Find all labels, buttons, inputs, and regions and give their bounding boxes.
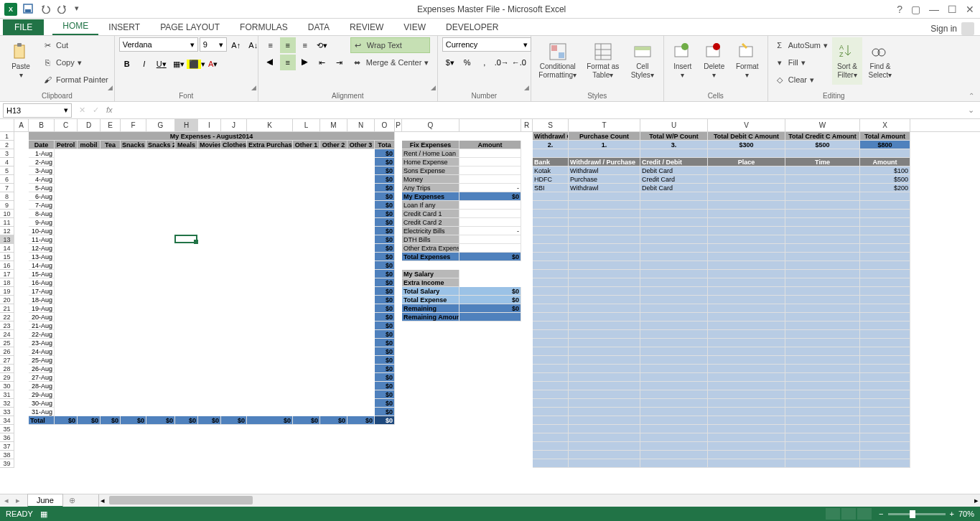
cell[interactable]: $0 <box>375 416 395 425</box>
col-header-E[interactable]: E <box>101 119 121 131</box>
align-right-icon[interactable]: ⯈ <box>297 55 313 70</box>
cell[interactable]: 12-Aug <box>29 244 55 253</box>
cell[interactable]: $0 <box>459 253 521 261</box>
cell[interactable] <box>860 210 910 218</box>
cell[interactable] <box>860 278 910 287</box>
tab-pagelayout[interactable]: PAGE LAYOUT <box>150 19 230 35</box>
cell[interactable] <box>708 175 785 184</box>
cell[interactable] <box>708 210 785 218</box>
cell[interactable]: Loan If any <box>402 201 459 210</box>
cell[interactable] <box>533 390 569 399</box>
sheet-nav-last-icon[interactable]: ▸ <box>16 496 26 506</box>
row-header-2[interactable]: 2 <box>0 141 14 149</box>
cell[interactable]: 18-Aug <box>29 296 55 304</box>
format-cells-button[interactable]: Format▾ <box>732 37 763 85</box>
cell[interactable] <box>533 210 569 218</box>
row-header-32[interactable]: 32 <box>0 399 14 408</box>
cell[interactable] <box>533 339 569 347</box>
cell[interactable]: Debit Card <box>640 166 708 175</box>
cell[interactable]: $0 <box>375 261 395 270</box>
cell[interactable]: $0 <box>55 416 78 425</box>
cell[interactable] <box>640 416 708 425</box>
cell[interactable] <box>533 321 569 330</box>
col-header-U[interactable]: U <box>640 119 708 131</box>
row-header-7[interactable]: 7 <box>0 184 14 192</box>
clear-button[interactable]: ◇Clear ▾ <box>773 72 829 88</box>
cell[interactable]: Debit Card <box>640 184 708 192</box>
cell[interactable] <box>459 218 521 227</box>
cell[interactable]: Remaining <box>402 304 459 313</box>
row-header-17[interactable]: 17 <box>0 270 14 278</box>
cell[interactable] <box>640 408 708 416</box>
cell[interactable] <box>569 321 640 330</box>
align-middle-icon[interactable]: ≡ <box>280 37 296 53</box>
col-header-X[interactable]: X <box>860 119 910 131</box>
cell[interactable]: Total Amount <box>860 132 910 141</box>
cell[interactable]: $0 <box>375 192 395 201</box>
number-format-dropdown[interactable]: Currency▾ <box>442 37 531 52</box>
scroll-right-icon[interactable]: ▸ <box>974 496 979 505</box>
col-header-P[interactable]: P <box>395 119 402 131</box>
cell[interactable] <box>708 365 785 373</box>
row-header-37[interactable]: 37 <box>0 442 14 451</box>
tab-review[interactable]: REVIEW <box>340 19 393 35</box>
cell[interactable]: Total Salary <box>402 287 459 296</box>
cell[interactable]: Rent / Home Loan <box>402 149 459 158</box>
row-header-39[interactable]: 39 <box>0 459 14 468</box>
cell[interactable] <box>640 149 708 158</box>
cell[interactable] <box>640 261 708 270</box>
cell[interactable]: $0 <box>101 416 121 425</box>
cell[interactable]: $0 <box>375 175 395 184</box>
cell[interactable]: Place <box>708 158 785 166</box>
cell[interactable] <box>708 433 785 442</box>
cell[interactable] <box>533 218 569 227</box>
cell[interactable]: $0 <box>375 149 395 158</box>
percent-format-icon[interactable]: % <box>459 55 475 70</box>
comma-format-icon[interactable]: , <box>477 55 493 70</box>
cell[interactable] <box>708 330 785 339</box>
cell[interactable] <box>708 408 785 416</box>
cell[interactable]: $0 <box>375 330 395 339</box>
cell[interactable]: $0 <box>375 158 395 166</box>
cell[interactable] <box>459 210 521 218</box>
cell[interactable] <box>533 442 569 451</box>
cell[interactable]: $0 <box>459 296 521 304</box>
cell[interactable]: Time <box>785 158 860 166</box>
cell[interactable] <box>569 304 640 313</box>
cell[interactable]: Electricity Bills <box>402 227 459 235</box>
cell[interactable]: 17-Aug <box>29 287 55 296</box>
cell[interactable] <box>533 373 569 382</box>
cell[interactable] <box>533 399 569 408</box>
cell[interactable] <box>708 278 785 287</box>
cell[interactable] <box>640 356 708 365</box>
cell[interactable]: My Salary <box>402 270 459 278</box>
col-header-D[interactable]: D <box>78 119 101 131</box>
select-all-corner[interactable] <box>0 119 14 131</box>
row-header-34[interactable]: 34 <box>0 416 14 425</box>
wrap-text-button[interactable]: ↩Wrap Text <box>350 37 431 53</box>
cell[interactable]: $0 <box>375 356 395 365</box>
cell[interactable] <box>785 166 860 175</box>
cell[interactable] <box>569 235 640 244</box>
cell[interactable] <box>569 365 640 373</box>
format-as-table-button[interactable]: Format asTable▾ <box>583 37 623 85</box>
cell[interactable] <box>708 459 785 468</box>
name-box[interactable]: H13▾ <box>3 103 72 118</box>
cell[interactable] <box>569 451 640 459</box>
tab-view[interactable]: VIEW <box>393 19 436 35</box>
cell[interactable] <box>860 373 910 382</box>
zoom-in-icon[interactable]: + <box>950 510 954 518</box>
cell[interactable] <box>708 339 785 347</box>
row-header-13[interactable]: 13 <box>0 235 14 244</box>
cell[interactable] <box>860 149 910 158</box>
formula-input[interactable] <box>120 103 962 118</box>
cell[interactable]: $0 <box>375 296 395 304</box>
cell[interactable] <box>708 192 785 201</box>
cell[interactable]: $200 <box>860 184 910 192</box>
cell[interactable]: Withdrawl Count <box>533 132 569 141</box>
cell[interactable] <box>785 244 860 253</box>
col-header-F[interactable]: F <box>121 119 146 131</box>
cell[interactable] <box>533 459 569 468</box>
cell[interactable]: Remaining Amount <box>402 313 459 321</box>
cell[interactable] <box>640 304 708 313</box>
